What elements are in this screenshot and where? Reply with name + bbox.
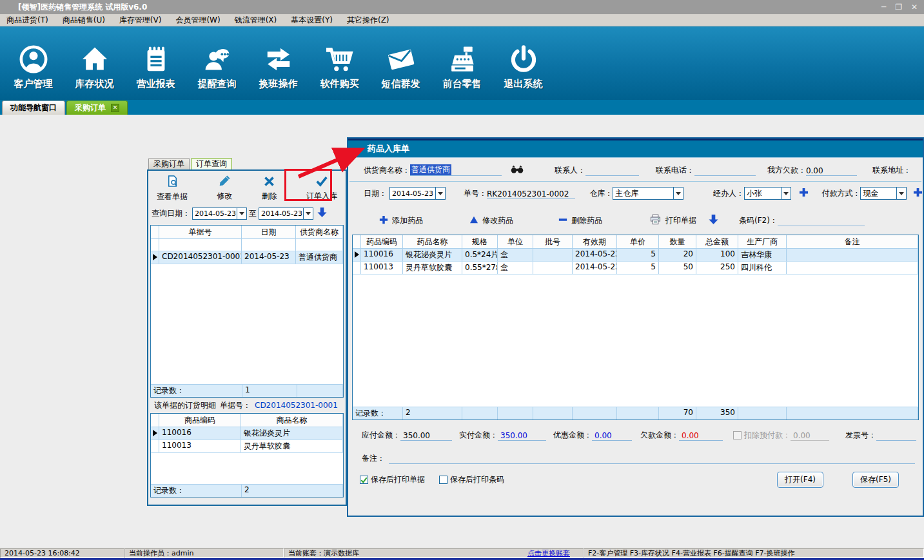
payable-label: 应付金额：: [362, 430, 400, 441]
add-drug-button[interactable]: 添加药品: [379, 215, 435, 226]
chevron-down-icon[interactable]: [237, 208, 246, 219]
view-order-button[interactable]: 查看单据: [157, 173, 188, 203]
detail-col-name: 商品名称: [241, 414, 343, 427]
delete-x-icon: [263, 175, 275, 189]
cart-icon: [325, 37, 355, 74]
printer-icon: [649, 213, 662, 227]
deduct-prepay-label: 扣除预付款：: [744, 430, 791, 441]
remove-drug-button[interactable]: 删除药品: [558, 215, 614, 226]
menu-inventory[interactable]: 库存管理(V): [119, 15, 162, 26]
phone-input[interactable]: [694, 164, 756, 176]
chevron-down-icon[interactable]: [303, 208, 313, 219]
toolbar-reminder-query[interactable]: 提醒查询: [186, 26, 248, 100]
menu-cashflow[interactable]: 钱流管理(X): [235, 15, 277, 26]
checkbox-icon[interactable]: [360, 476, 368, 484]
operator-select[interactable]: 小张: [744, 187, 791, 200]
user-icon: [19, 37, 48, 74]
toolbar-stock-status[interactable]: 库存状况: [64, 26, 125, 100]
chevron-down-icon[interactable]: [673, 188, 683, 199]
toolbar-exit-system[interactable]: 退出系统: [493, 26, 554, 100]
detail-section-title: 该单据的订货明细: [154, 400, 216, 411]
tab-function-nav[interactable]: 功能导航窗口: [2, 101, 65, 115]
close-button[interactable]: ✕: [911, 3, 918, 12]
report-icon: [141, 37, 171, 74]
paid-input[interactable]: 350.00: [498, 429, 546, 441]
switch-account-link[interactable]: 点击更换账套: [527, 548, 570, 558]
status-operator: 当前操作员：admin: [124, 548, 284, 558]
orders-record-count: 记录数： 1: [151, 384, 343, 397]
remark-input[interactable]: [389, 452, 915, 464]
barcode-input[interactable]: [778, 215, 865, 226]
contact-input[interactable]: [585, 164, 639, 176]
tab-close-icon[interactable]: ✕: [111, 104, 119, 112]
items-record-count: 记录数： 2 70 350: [353, 407, 918, 420]
home-icon: [80, 37, 110, 74]
discount-input[interactable]: 0.00: [592, 429, 632, 441]
row-marker-icon: [151, 251, 159, 264]
chevron-down-icon[interactable]: [896, 188, 906, 199]
supplier-input[interactable]: 普通供货商: [410, 164, 502, 176]
shift-icon: [264, 37, 293, 74]
table-row[interactable]: CD2014052301-0001 2014-05-23 普通供货商: [151, 251, 343, 264]
toolbar-software-buy[interactable]: 软件购买: [309, 26, 370, 100]
doc-no-label: 单号：: [464, 188, 487, 199]
print-doc-after-save-option[interactable]: 保存后打印单据: [360, 474, 425, 485]
table-row[interactable]: 110013 灵丹草软胶囊 0.55*27粒 盒 2014-05-23 5 50…: [353, 262, 918, 275]
open-button[interactable]: 打开(F4): [777, 472, 823, 488]
minimize-button[interactable]: ─: [881, 3, 886, 12]
toolbar-business-report[interactable]: 营业报表: [125, 26, 186, 100]
edit-drug-button[interactable]: 修改药品: [469, 215, 525, 226]
maximize-button[interactable]: ❐: [895, 3, 902, 12]
tab-purchase-orders[interactable]: 采购订单: [148, 158, 190, 169]
print-doc-button[interactable]: 打印单据: [649, 213, 709, 227]
toolbar-shift-change[interactable]: 换班操作: [248, 26, 309, 100]
menu-members[interactable]: 会员管理(W): [175, 15, 220, 26]
toolbar-sms-broadcast[interactable]: 短信群发: [370, 26, 431, 100]
address-label: 联系地址：: [872, 165, 911, 176]
table-row[interactable]: 110016 银花泌炎灵片: [151, 427, 343, 440]
pos-icon: [447, 37, 477, 74]
query-date-label: 查询日期：: [152, 208, 190, 219]
title-bar: [领智]医药销售管理系统 试用版v6.0 ─ ❐ ✕: [0, 0, 924, 14]
order-detail-table[interactable]: 商品编码 商品名称 110016 银花泌炎灵片 110013 灵丹草软胶囊 记录…: [150, 413, 344, 497]
edit-order-button[interactable]: 修改: [217, 173, 232, 203]
debt-label: 欠款金额：: [640, 430, 679, 441]
triangle-up-icon: [469, 216, 478, 226]
query-date-from[interactable]: 2014-05-23: [192, 208, 247, 220]
chevron-down-icon[interactable]: [781, 188, 791, 199]
delete-order-button[interactable]: 删除: [262, 173, 277, 203]
menu-settings[interactable]: 基本设置(Y): [291, 15, 333, 26]
date-label: 日期：: [364, 188, 387, 199]
tab-order-query[interactable]: 订单查询: [191, 158, 232, 169]
orders-filter-row[interactable]: [151, 239, 343, 251]
menu-sales[interactable]: 商品销售(U): [63, 15, 105, 26]
chevron-down-icon[interactable]: [435, 188, 445, 199]
detail-order-no: CD2014052301-0001: [255, 401, 338, 410]
table-row[interactable]: 110016 银花泌炎灵片 0.5*24片 盒 2014-05-23 5 20 …: [353, 249, 918, 262]
sms-icon: [386, 37, 416, 74]
save-button[interactable]: 保存(F5): [852, 472, 899, 488]
tab-purchase-order[interactable]: 采购订单 ✕: [66, 101, 128, 115]
prepay-value: 0.00: [791, 429, 829, 441]
import-order-icon[interactable]: [709, 214, 718, 227]
add-operator-icon[interactable]: [799, 188, 809, 199]
payment-select[interactable]: 现金: [860, 187, 907, 200]
binoculars-icon[interactable]: [511, 164, 524, 176]
add-payment-icon[interactable]: [913, 188, 923, 199]
menu-purchase[interactable]: 商品进货(T): [6, 15, 48, 26]
toolbar-customer-mgmt[interactable]: 客户管理: [3, 26, 64, 100]
toolbar-pos-retail[interactable]: 前台零售: [431, 26, 493, 100]
main-toolbar: 客户管理 库存状况 营业报表 提醒查询 换班操作 软件购买 短信群发: [0, 26, 924, 100]
orders-table[interactable]: 单据号 日期 供货商名称 CD2014052301-0001 2014-05-2…: [150, 225, 344, 398]
menu-other[interactable]: 其它操作(Z): [347, 15, 389, 26]
table-row[interactable]: 110013 灵丹草软胶囊: [151, 440, 343, 453]
query-date-to[interactable]: 2014-05-23: [259, 208, 313, 220]
checkbox-icon[interactable]: [439, 476, 447, 484]
run-query-icon[interactable]: [317, 207, 327, 220]
warehouse-select[interactable]: 主仓库: [613, 187, 683, 200]
stock-in-items-table[interactable]: 药品编码 药品名称 规格 单位 批号 有效期 单价 数量 总金额 生产厂商 备注…: [352, 235, 919, 420]
invoice-input[interactable]: [876, 429, 916, 441]
date-select[interactable]: 2014-05-23: [389, 187, 446, 200]
operator-label: 经办人：: [713, 188, 744, 199]
print-barcode-after-save-option[interactable]: 保存后打印条码: [439, 474, 504, 485]
